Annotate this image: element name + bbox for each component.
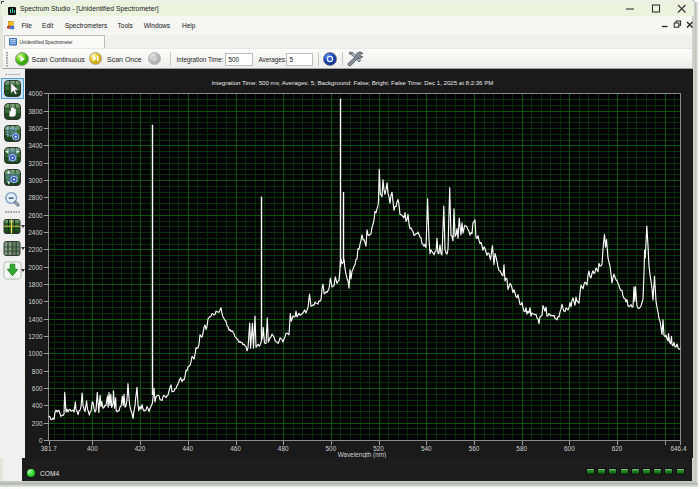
svg-text:2400: 2400 xyxy=(28,229,43,236)
svg-text:3400: 3400 xyxy=(28,142,43,149)
svg-text:1600: 1600 xyxy=(28,298,43,305)
svg-text:3600: 3600 xyxy=(28,125,43,132)
svg-text:560: 560 xyxy=(469,445,480,452)
svg-text:1200: 1200 xyxy=(28,333,43,340)
svg-text:500: 500 xyxy=(326,445,337,452)
svg-text:600: 600 xyxy=(32,385,43,392)
svg-text:2600: 2600 xyxy=(28,212,43,219)
svg-text:800: 800 xyxy=(32,368,43,375)
svg-text:1400: 1400 xyxy=(28,316,43,323)
svg-text:400: 400 xyxy=(87,445,98,452)
svg-text:3800: 3800 xyxy=(28,108,43,115)
svg-text:646.4: 646.4 xyxy=(671,445,687,452)
svg-text:540: 540 xyxy=(421,445,432,452)
svg-text:2000: 2000 xyxy=(28,264,43,271)
svg-text:2200: 2200 xyxy=(28,246,43,253)
svg-text:600: 600 xyxy=(564,445,575,452)
svg-text:4000: 4000 xyxy=(28,90,43,97)
svg-text:400: 400 xyxy=(32,402,43,409)
svg-text:Wavelength (nm): Wavelength (nm) xyxy=(338,451,386,459)
svg-text:200: 200 xyxy=(32,420,43,427)
svg-text:1800: 1800 xyxy=(28,281,43,288)
svg-text:440: 440 xyxy=(182,445,193,452)
svg-text:0: 0 xyxy=(39,437,43,444)
svg-text:580: 580 xyxy=(516,445,527,452)
svg-text:1000: 1000 xyxy=(28,350,43,357)
svg-text:460: 460 xyxy=(230,445,241,452)
svg-text:381.7: 381.7 xyxy=(41,445,57,452)
svg-text:2800: 2800 xyxy=(28,194,43,201)
svg-text:420: 420 xyxy=(135,445,146,452)
svg-text:3200: 3200 xyxy=(28,160,43,167)
svg-text:480: 480 xyxy=(278,445,289,452)
svg-text:3000: 3000 xyxy=(28,177,43,184)
svg-text:Integration Time: 500 ms; Aver: Integration Time: 500 ms; Averages: 5; B… xyxy=(212,79,494,86)
svg-text:620: 620 xyxy=(612,445,623,452)
